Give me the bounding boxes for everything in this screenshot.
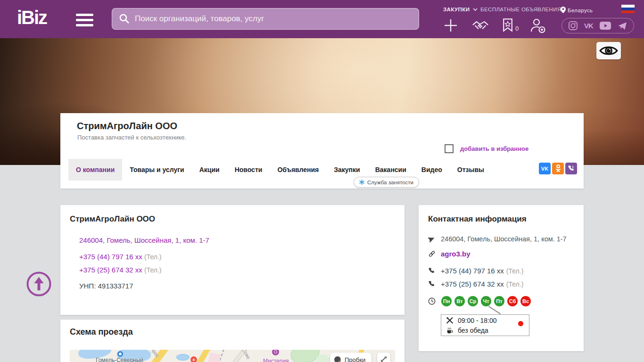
odnoklassniki-icon[interactable] [552, 163, 564, 174]
russia-flag[interactable] [621, 5, 635, 13]
nav-region[interactable]: Беларусь [561, 7, 593, 13]
map-canvas[interactable]: Гомель-Северный прос Сове + Мистерия Про… [70, 350, 395, 362]
tab-news[interactable]: Новости [227, 159, 270, 181]
working-days: Пн Вт Ср Чт Пт Сб Вс [441, 296, 531, 306]
map-poi-marker-icon[interactable] [272, 350, 280, 356]
company-description: Поставка запчастей к сельхозтехнике. [77, 134, 186, 141]
tab-about[interactable]: О компании [68, 159, 122, 181]
bookmark-star-icon[interactable] [503, 18, 513, 34]
favorites-count: 0 [515, 25, 519, 32]
favorite-checkbox[interactable] [445, 144, 454, 153]
youtube-icon[interactable] [600, 22, 611, 30]
work-hours: 09:00 - 18:00 [458, 317, 497, 324]
map-poi-label[interactable]: Мистерия [263, 358, 289, 362]
site-logo[interactable]: iBiz [17, 7, 47, 28]
chevron-down-icon [473, 8, 478, 11]
accessibility-eye-button[interactable] [596, 42, 621, 59]
phone-link[interactable]: +375 (44) 797 16 xx [79, 253, 142, 261]
lunch-info: без обеда [458, 327, 488, 334]
social-links-box: VK [561, 18, 634, 33]
add-plus-icon[interactable] [444, 18, 458, 34]
traffic-button[interactable]: Пробки [330, 353, 372, 362]
employment-service-icon [359, 180, 364, 185]
page: iBiz ЗАКУПКИ БЕСПЛАТНЫЕ ОБЪЯВЛЕНИЯ Белар… [0, 0, 644, 362]
map-district-marker-icon[interactable] [117, 351, 123, 357]
coffee-cup-icon [446, 327, 454, 334]
contact-address: 246004, Гомель, Шоссейная, 1, ком. 1-7 [441, 235, 567, 243]
day-wed[interactable]: Ср [468, 296, 478, 306]
telegram-icon[interactable] [618, 22, 627, 30]
company-header-card: СтримАгроЛайн ООО Поставка запчастей к с… [60, 113, 584, 189]
phone-note: (Тел.) [144, 266, 161, 274]
day-tue[interactable]: Вт [454, 296, 465, 306]
contact-info-card: Контактная информация 246004, Гомель, Шо… [419, 205, 584, 351]
search-icon [119, 13, 130, 25]
contact-phone[interactable]: +375 (25) 674 32 xx [441, 280, 504, 288]
tab-products[interactable]: Товары и услуги [122, 159, 191, 181]
phone-icon [428, 267, 436, 274]
instagram-icon[interactable] [569, 21, 578, 30]
about-company-title: СтримАгроЛайн ООО [70, 214, 155, 224]
company-unp: УНП: 491333717 [79, 282, 133, 290]
employment-service-badge[interactable]: Служба занятости [354, 177, 419, 188]
tab-video[interactable]: Видео [414, 159, 450, 181]
nav-free-ads[interactable]: БЕСПЛАТНЫЕ ОБЪЯВЛЕНИЯ [480, 7, 561, 12]
day-fri[interactable]: Пт [494, 296, 504, 306]
contact-phone[interactable]: +375 (44) 797 16 xx [441, 267, 504, 275]
traffic-icon [334, 356, 341, 362]
tab-ads[interactable]: Объявления [270, 159, 326, 181]
map-medical-marker-icon[interactable]: + [190, 356, 198, 362]
expand-arrows-icon [380, 356, 387, 362]
day-thu[interactable]: Чт [481, 296, 491, 306]
phone-note: (Тел.) [144, 253, 161, 261]
link-icon [428, 250, 436, 258]
company-website-link[interactable]: agro3.by [441, 250, 471, 258]
map-district-label[interactable]: Гомель-Северный [96, 357, 143, 362]
location-pin-icon [561, 7, 566, 13]
tab-reviews[interactable]: Отзывы [450, 159, 492, 181]
company-address-link[interactable]: 246004, Гомель, Шоссейная, 1, ком. 1-7 [79, 236, 209, 244]
tab-promotions[interactable]: Акции [192, 159, 227, 181]
schedule-tooltip: 09:00 - 18:00 без обеда [441, 314, 529, 336]
arrow-up-icon [26, 271, 52, 297]
person-add-icon[interactable] [530, 18, 545, 35]
nav-purchases[interactable]: ЗАКУПКИ [443, 7, 478, 12]
day-mon[interactable]: Пн [441, 296, 452, 306]
day-sat[interactable]: Сб [507, 296, 518, 306]
phone-note: (Тел.) [506, 267, 523, 275]
directions-card: Схема проезда Гомель-Северный прос Сове … [60, 320, 405, 362]
phone-link[interactable]: +375 (25) 674 32 xx [79, 266, 142, 274]
day-sun[interactable]: Вс [520, 296, 531, 306]
vk-icon[interactable]: VK [584, 22, 593, 30]
search-bar [112, 8, 419, 30]
employment-service-label: Служба занятости [367, 180, 413, 185]
map-expand-button[interactable] [377, 353, 390, 362]
company-name: СтримАгроЛайн ООО [77, 121, 177, 132]
about-company-card: СтримАгроЛайн ООО 246004, Гомель, Шоссей… [60, 205, 405, 315]
search-input[interactable] [112, 8, 419, 30]
phone-icon [428, 280, 436, 288]
company-social-icons: VK [539, 163, 577, 174]
scroll-to-top-button[interactable] [26, 271, 52, 297]
schedule-tooltip-pointer [488, 306, 501, 314]
work-tools-icon [446, 317, 454, 324]
contact-info-title: Контактная информация [428, 214, 527, 224]
navigation-arrow-icon [428, 236, 436, 243]
closed-now-indicator [518, 321, 523, 326]
company-tabs: О компании Товары и услуги Акции Новости… [68, 159, 492, 181]
add-to-favorites[interactable]: добавить в избранное [445, 144, 528, 153]
eye-icon [599, 45, 618, 57]
directions-title: Схема проезда [70, 327, 133, 337]
handshake-icon[interactable] [471, 20, 489, 34]
vk-icon[interactable]: VK [539, 163, 551, 174]
phone-note: (Тел.) [506, 280, 523, 288]
top-header: iBiz ЗАКУПКИ БЕСПЛАТНЫЕ ОБЪЯВЛЕНИЯ Белар… [0, 0, 644, 38]
favorite-label: добавить в избранное [460, 145, 528, 152]
viber-icon[interactable] [565, 163, 577, 174]
menu-icon[interactable] [76, 14, 93, 26]
clock-icon [428, 297, 436, 307]
